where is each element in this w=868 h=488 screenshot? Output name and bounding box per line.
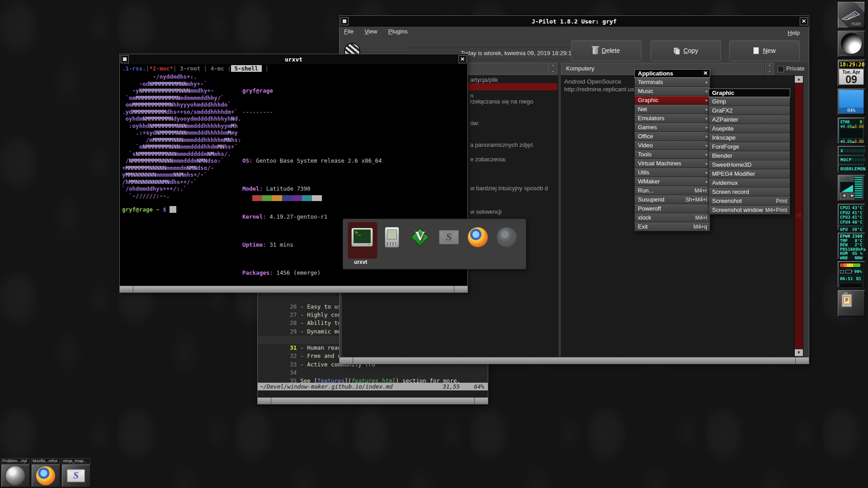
menu-item[interactable]: Inkscape (708, 133, 790, 142)
menu-item[interactable]: FontForge (708, 142, 790, 151)
menu-file[interactable]: File (340, 27, 358, 35)
palette-swatch (242, 195, 252, 201)
menu-item[interactable]: Office ▸ (634, 132, 710, 141)
jpilot-titlebar[interactable]: J-Pilot 1.8.2 User: gryf ✕ (340, 16, 809, 27)
new-button[interactable]: New (729, 40, 800, 61)
dock-tile-clipboard[interactable]: P (837, 290, 865, 317)
cpu-temp-row: CPU440°C (840, 220, 863, 225)
dock-tile-network-monitor[interactable]: ETH0B ▼0.00▲0.00 ▼0.00▲0.00 (837, 117, 865, 144)
memo-list-row[interactable]: artycja/plik (470, 76, 498, 83)
menu-item[interactable]: Screenshot Print (708, 197, 790, 206)
miniwindow-mozilla-old[interactable]: Problem...ctyl (1, 458, 30, 487)
menu-item[interactable]: xlock M4+l ▸ (634, 213, 710, 222)
menu-item[interactable]: Terminals ▸ (634, 78, 710, 87)
spinner-arrows-icon[interactable]: ⌃⌄ (548, 63, 557, 75)
miniwindow-mail[interactable]: vimja_imap... S (61, 458, 90, 487)
scroll-up-icon[interactable]: ▲ (795, 76, 803, 83)
window-close-icon[interactable]: ✕ (458, 55, 467, 63)
menu-view[interactable]: View (360, 27, 382, 35)
dock-tile-weather[interactable]: EPWR2300 TMP8°C DEW2°C PRS1009hPa HUM65 … (837, 232, 865, 259)
menu-item[interactable]: Poweroff ▸ (634, 204, 710, 213)
jpilot-resizebar[interactable] (340, 357, 809, 364)
palette-swatch (292, 195, 302, 201)
palette-swatch (302, 195, 312, 201)
switcher-item-firefox-old[interactable] (496, 226, 518, 248)
menu-item[interactable]: Tools ▸ (634, 150, 710, 159)
dock-tile-clip[interactable]: main (837, 1, 865, 28)
vim-line[interactable]: 35See [features](features.html) section … (258, 369, 488, 377)
memo-list-row[interactable]: w sekwencji (470, 208, 501, 215)
shell-prompt[interactable]: gryf@rage ~ $ (122, 206, 176, 213)
graphic-submenu-title[interactable]: Graphic (708, 89, 790, 97)
menu-item[interactable]: Avidemux (708, 178, 790, 188)
menu-item[interactable]: Aseprite (708, 124, 790, 133)
dock-tile-battery[interactable]: 90% 06:51 B1 (837, 261, 865, 288)
menu-item[interactable]: Screenshot window M4+Print (708, 206, 790, 215)
menu-plugins[interactable]: Plugins (384, 27, 412, 35)
switcher-selected-label: urxvt (354, 259, 367, 265)
memo-list-row[interactable]: w bardziej intuicyjny sposób d (470, 185, 548, 192)
menu-item[interactable]: Video ▸ (634, 141, 710, 150)
window-switcher-panel: >_ V S urxvt (343, 219, 526, 269)
mixer-prev-button[interactable]: ◀ (840, 192, 848, 199)
menu-help[interactable]: Help (783, 28, 804, 36)
battery-percent: 90% (853, 268, 863, 275)
menu-item[interactable]: WMaker ▸ (634, 177, 710, 186)
copy-button[interactable]: Copy (651, 40, 721, 61)
lcd-row: MOCP88888 (839, 156, 864, 164)
menu-item[interactable]: Emulators ▸ (634, 114, 710, 123)
switcher-item-urxvt[interactable]: >_ (351, 226, 373, 248)
urxvt-titlebar[interactable]: urxvt ✕ (120, 54, 467, 64)
menu-item[interactable]: Net ▸ (634, 105, 710, 114)
menu-item[interactable]: Blender (708, 151, 790, 160)
delete-button[interactable]: Delete (571, 40, 642, 61)
menu-item[interactable]: Exit M4+q ▸ (634, 222, 710, 231)
vim-resizebar[interactable] (258, 397, 488, 404)
private-checkbox[interactable] (778, 66, 784, 72)
window-miniaturize-icon[interactable] (340, 17, 349, 25)
private-label: Private (786, 65, 804, 72)
menu-item[interactable]: MPEG4 Modifier (708, 169, 790, 178)
memo-list-row[interactable]: ów: (470, 120, 479, 127)
menu-item[interactable]: Music ▸ (634, 87, 710, 96)
switcher-item-vim[interactable]: V (409, 226, 431, 248)
menu-item[interactable]: Games ▸ (634, 123, 710, 132)
close-icon[interactable]: ✕ (702, 70, 709, 77)
applications-menu: Applications ✕ Terminals ▸ Music ▸ Graph… (634, 69, 710, 231)
memo-list-row[interactable]: rzełączania się na niego (470, 98, 533, 105)
mixer-level-bars[interactable] (854, 177, 863, 199)
window-miniaturize-icon[interactable] (121, 55, 129, 63)
memo-list-row[interactable]: a panoramicznych zdjęć (470, 141, 533, 148)
menu-item[interactable]: Virtual Machines ▸ (634, 159, 710, 168)
wmaker-logo-icon (841, 9, 861, 21)
dock-tile-mixer[interactable]: 8488 ◀ ▶ (837, 174, 865, 202)
dock-tile-moon-clock[interactable]: ... (837, 30, 865, 57)
scrollbar-grip[interactable] (797, 214, 801, 218)
menu-item[interactable]: SweetHome3D (708, 160, 790, 169)
switcher-item-jpilot[interactable] (381, 226, 403, 248)
dock-tile-temperatures[interactable]: CPU143°C CPU241°C CPU341°C CPU440°C GPU3… (837, 203, 865, 230)
menu-item[interactable]: Susupend Sh+M4+l ▸ (634, 195, 710, 204)
memo-list-row[interactable]: e zobaczenia: (470, 156, 506, 163)
network-monitor: ETH0B ▼0.00▲0.00 ▼0.00▲0.00 (839, 119, 863, 142)
spinner-arrows-icon[interactable]: ⌃⌄ (765, 63, 774, 75)
applications-menu-title[interactable]: Applications ✕ (634, 69, 710, 78)
menu-item[interactable]: Run... M4+r ▸ (634, 186, 710, 195)
menu-item[interactable]: AZPainter (708, 115, 790, 124)
window-close-icon[interactable]: ✕ (800, 17, 808, 25)
menu-item[interactable]: Screen record (708, 188, 790, 197)
menu-item[interactable]: GraFX2 (708, 106, 790, 115)
scroll-down-icon[interactable]: ▼ (795, 349, 803, 356)
switcher-item-mail[interactable]: S (438, 226, 460, 248)
menu-item[interactable]: Gimp (708, 97, 790, 106)
dock-tile-blue-monitor[interactable]: 04% (837, 88, 865, 115)
switcher-item-firefox[interactable] (467, 226, 489, 248)
vertical-scrollbar[interactable]: ▲ ▼ (794, 75, 803, 357)
miniwindow-firefox[interactable]: Mozilla...refox (31, 458, 60, 487)
dock-tile-lcd-status[interactable]: X88888888 MOCP88888 BUBBLEMON (837, 145, 865, 173)
menu-item[interactable]: Graphic ▸ (634, 96, 710, 105)
urxvt-resizebar[interactable] (120, 286, 467, 292)
dock-tile-clock[interactable]: 18:29:20 Tue, Apr 09 (837, 59, 865, 86)
menu-item[interactable]: Utils ▸ (634, 168, 710, 177)
lcd-row: X88888888 (839, 147, 864, 155)
